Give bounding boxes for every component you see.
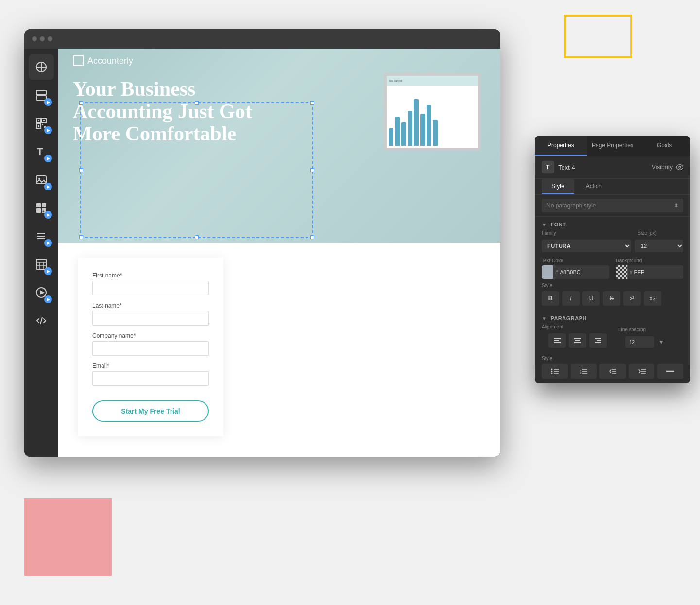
line-spacing-dropdown[interactable]: ▼ — [658, 339, 664, 346]
underline-button[interactable]: U — [582, 291, 600, 306]
font-family-select[interactable]: FUTURA — [542, 240, 631, 252]
indent-increase-icon — [638, 368, 646, 375]
svg-rect-14 — [36, 176, 46, 184]
alignment-label: Alignment — [542, 324, 614, 329]
form-group-lastname: Last name* — [92, 302, 209, 326]
chart-bar — [395, 117, 400, 146]
form-input-company[interactable] — [92, 341, 209, 356]
chart-bar — [414, 99, 419, 146]
italic-button[interactable]: I — [562, 291, 580, 306]
sidebar-item-section[interactable]: ▶ — [29, 83, 54, 108]
sidebar-item-code[interactable] — [29, 308, 54, 333]
bg-color-group: Background # — [616, 258, 683, 279]
align-left-icon — [554, 338, 561, 344]
tab-page-properties[interactable]: Page Properties — [587, 136, 639, 156]
svg-point-32 — [679, 166, 681, 168]
indent-increase-button[interactable] — [629, 364, 655, 379]
line-spacing-input[interactable] — [625, 336, 654, 348]
sidebar-item-video[interactable]: ▶ — [29, 280, 54, 305]
svg-rect-16 — [36, 203, 41, 207]
logo-icon — [35, 61, 47, 73]
align-right-button[interactable] — [589, 333, 607, 348]
section-badge: ▶ — [44, 98, 52, 106]
sidebar-item-logo[interactable] — [29, 54, 54, 80]
sidebar-item-table[interactable]: ▶ — [29, 252, 54, 277]
code-icon — [35, 315, 47, 327]
svg-rect-17 — [42, 203, 46, 207]
font-size-select[interactable]: 12 — [635, 240, 683, 252]
element-type-icon: T — [542, 161, 554, 173]
sidebar-item-text[interactable]: T ▶ — [29, 139, 54, 164]
indent-decrease-button[interactable] — [599, 364, 626, 379]
bold-button[interactable]: B — [542, 291, 559, 306]
paragraph-style-label: No paragraph style — [546, 202, 596, 209]
hero-logo-icon — [73, 55, 84, 66]
chart-bar — [427, 105, 431, 146]
color-row: Text Color # Background # — [535, 256, 690, 283]
bg-color-hex-input[interactable] — [634, 267, 664, 277]
sidebar: ▶ ▶ T ▶ — [24, 49, 58, 457]
unordered-list-icon — [551, 368, 559, 375]
unordered-list-button[interactable] — [542, 364, 568, 379]
form-group-company: Company name* — [92, 332, 209, 356]
monitor-header: Bar Target — [387, 76, 478, 86]
deco-pink-blob — [24, 498, 112, 576]
form-input-lastname[interactable] — [92, 311, 209, 326]
family-label: Family — [542, 230, 633, 236]
paragraph-chevron: ▼ — [542, 316, 546, 321]
image-badge: ▶ — [44, 183, 52, 190]
window-dot-red — [32, 36, 37, 41]
sidebar-item-qr[interactable]: ▶ — [29, 111, 54, 136]
window-titlebar — [24, 29, 500, 49]
paragraph-style-row: No paragraph style ⬍ — [535, 195, 690, 217]
block-badge: ▶ — [44, 211, 52, 219]
chart-bar — [408, 111, 412, 146]
properties-panel: Properties Page Properties Goals T Text … — [535, 136, 690, 383]
list-badge: ▶ — [44, 239, 52, 247]
hero-logo-text: Accounterly — [87, 56, 133, 66]
hero-title-line3: More Comfortable — [73, 122, 236, 145]
bg-color-swatch[interactable] — [616, 265, 628, 279]
paragraph-style-sublabel: Style — [535, 356, 690, 362]
visibility-label: Visibility — [652, 164, 673, 171]
align-center-button[interactable] — [569, 333, 586, 348]
svg-rect-11 — [42, 124, 43, 125]
svg-text:3.: 3. — [580, 372, 581, 375]
tab-goals[interactable]: Goals — [638, 136, 690, 156]
paragraph-style-select[interactable]: No paragraph style ⬍ — [542, 199, 683, 212]
line-spacing-controls: ▼ — [618, 334, 683, 352]
paragraph-controls-row: Alignment — [535, 324, 690, 356]
svg-text:T: T — [37, 146, 43, 157]
window-dot-green — [48, 36, 52, 41]
form-card: First name* Last name* Company name* Ema… — [78, 258, 223, 436]
svg-point-42 — [551, 369, 552, 370]
svg-point-44 — [551, 371, 552, 372]
align-left-button[interactable] — [548, 333, 566, 348]
visibility-toggle[interactable]: Visibility — [652, 163, 683, 171]
strikethrough-button[interactable]: S — [603, 291, 620, 306]
subtab-style[interactable]: Style — [542, 179, 574, 194]
text-color-hex-input[interactable] — [560, 267, 589, 277]
sidebar-item-block[interactable]: + ▶ — [29, 195, 54, 221]
form-submit-button[interactable]: Start My Free Trial — [92, 400, 209, 422]
ordered-list-button[interactable]: 1. 2. 3. — [571, 364, 597, 379]
form-input-email[interactable] — [92, 371, 209, 386]
paragraph-section-header: ▼ PARAGRAPH — [535, 311, 690, 324]
text-color-label: Text Color — [542, 258, 609, 263]
text-color-input-row: # — [542, 265, 609, 279]
font-labels-row: Family Size (px) — [535, 230, 690, 238]
subtab-action[interactable]: Action — [576, 179, 612, 194]
line-spacing-group: Line spacing ▼ — [618, 327, 683, 352]
form-input-firstname[interactable] — [92, 281, 209, 295]
form-group-firstname: First name* — [92, 272, 209, 295]
sidebar-item-image[interactable]: ▶ — [29, 167, 54, 192]
superscript-button[interactable]: x² — [623, 291, 641, 306]
subscript-button[interactable]: x₂ — [644, 291, 661, 306]
text-color-swatch[interactable] — [542, 265, 553, 279]
svg-rect-9 — [43, 120, 45, 121]
hero-title: Your Business Accounting Just Got More C… — [73, 78, 379, 145]
tab-properties[interactable]: Properties — [535, 136, 587, 156]
font-chevron: ▼ — [542, 222, 546, 227]
horizontal-rule-button[interactable] — [657, 364, 683, 379]
sidebar-item-list[interactable]: ▶ — [29, 224, 54, 249]
